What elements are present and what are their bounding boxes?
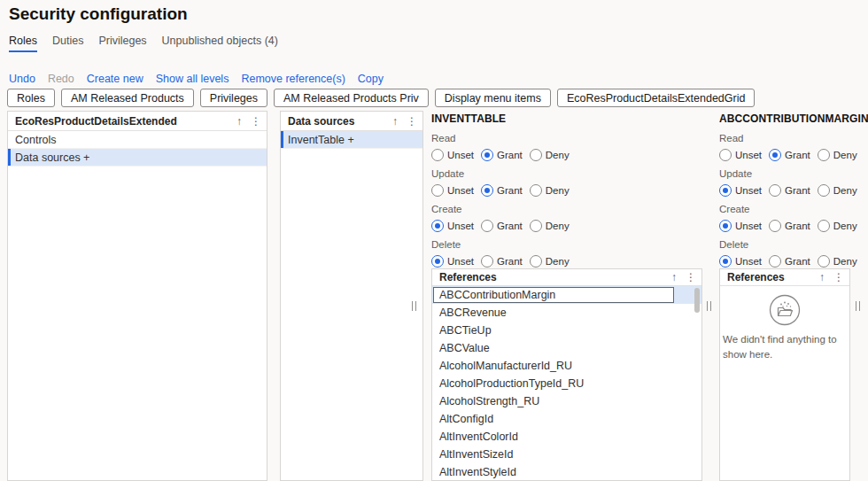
- move-up-icon[interactable]: ↑: [671, 272, 677, 283]
- references-empty-panel: References ↑ ⋮ We didn't find anything t…: [719, 268, 850, 481]
- permission-label: Update: [719, 168, 852, 179]
- more-options-icon[interactable]: ⋮: [833, 272, 844, 283]
- radio-icon: [431, 184, 444, 197]
- panel-title: References: [727, 271, 819, 283]
- list-item[interactable]: Data sources +: [8, 149, 267, 167]
- reference-row[interactable]: AltInventStyleId: [432, 463, 701, 481]
- radio-label: Deny: [833, 185, 857, 196]
- radio-grant[interactable]: Grant: [481, 149, 523, 161]
- radio-deny[interactable]: Deny: [530, 255, 570, 268]
- action-show-all-levels[interactable]: Show all levels: [156, 73, 229, 85]
- tab-bar: RolesDutiesPrivilegesUnpublished objects…: [9, 35, 278, 52]
- radio-label: Unset: [447, 185, 474, 196]
- tab-privileges[interactable]: Privileges: [98, 35, 146, 52]
- reference-row[interactable]: AltInventSizeId: [432, 446, 701, 463]
- move-up-icon[interactable]: ↑: [819, 272, 825, 283]
- inventtable-permissions-section: INVENTTABLE ReadUnsetGrantDenyUpdateUnse…: [431, 111, 703, 275]
- radio-unset[interactable]: Unset: [431, 220, 474, 232]
- reference-row[interactable]: AlcoholStrength_RU: [432, 392, 701, 410]
- action-copy[interactable]: Copy: [358, 73, 384, 85]
- radio-label: Grant: [785, 256, 810, 267]
- radio-icon: [431, 220, 444, 232]
- radio-icon: [719, 184, 732, 197]
- radio-deny[interactable]: Deny: [818, 255, 857, 268]
- radio-label: Unset: [735, 221, 762, 231]
- radio-label: Deny: [833, 221, 857, 231]
- action-bar: UndoRedoCreate newShow all levelsRemove …: [9, 73, 384, 85]
- list-item[interactable]: InventTable +: [281, 131, 422, 149]
- permission-radio-row: UnsetGrantDeny: [431, 148, 703, 162]
- reference-row[interactable]: AltInventColorId: [432, 428, 701, 446]
- move-up-icon[interactable]: ↑: [392, 116, 398, 127]
- action-remove-reference-s-[interactable]: Remove reference(s): [241, 73, 345, 85]
- radio-deny[interactable]: Deny: [818, 184, 857, 197]
- radio-grant[interactable]: Grant: [481, 255, 523, 268]
- breadcrumb-button-roles[interactable]: Roles: [7, 89, 55, 107]
- radio-grant[interactable]: Grant: [769, 220, 810, 232]
- data-sources-panel: Data sources ↑ ⋮ InventTable +: [280, 111, 423, 481]
- radio-deny[interactable]: Deny: [818, 149, 857, 161]
- reference-row[interactable]: ABCRevenue: [432, 304, 701, 322]
- more-options-icon[interactable]: ⋮: [686, 272, 696, 283]
- panel-title: Data sources: [288, 115, 392, 128]
- splitter-grip[interactable]: [707, 301, 711, 311]
- permission-radio-row: UnsetGrantDeny: [719, 254, 852, 268]
- radio-deny[interactable]: Deny: [530, 149, 570, 161]
- radio-icon: [769, 184, 781, 197]
- more-options-icon[interactable]: ⋮: [407, 116, 417, 127]
- radio-label: Grant: [785, 221, 810, 231]
- radio-unset[interactable]: Unset: [431, 149, 474, 161]
- permission-radio-row: UnsetGrantDeny: [431, 183, 703, 198]
- reference-row[interactable]: [432, 286, 701, 304]
- tab-roles[interactable]: Roles: [9, 35, 37, 52]
- radio-unset[interactable]: Unset: [719, 149, 762, 161]
- radio-icon: [769, 220, 781, 232]
- scrollbar-thumb[interactable]: [694, 288, 700, 313]
- splitter-grip[interactable]: [856, 301, 860, 311]
- radio-unset[interactable]: Unset: [431, 255, 474, 268]
- reference-row[interactable]: ABCValue: [432, 339, 701, 357]
- radio-grant[interactable]: Grant: [481, 184, 523, 197]
- radio-grant[interactable]: Grant: [769, 184, 810, 197]
- permission-radio-row: UnsetGrantDeny: [719, 148, 852, 162]
- radio-unset[interactable]: Unset: [719, 255, 762, 268]
- breadcrumb-button-display-menu-items[interactable]: Display menu items: [435, 89, 551, 107]
- radio-label: Unset: [447, 221, 474, 231]
- reference-row[interactable]: AlcoholProductionTypeId_RU: [432, 375, 701, 392]
- action-redo: Redo: [48, 73, 74, 85]
- breadcrumb-button-ecoresproductdetailsextendedgrid[interactable]: EcoResProductDetailsExtendedGrid: [557, 89, 756, 107]
- tab-duties[interactable]: Duties: [52, 35, 83, 52]
- breadcrumb-button-privileges[interactable]: Privileges: [200, 89, 267, 107]
- radio-grant[interactable]: Grant: [481, 220, 523, 232]
- radio-label: Grant: [497, 256, 523, 267]
- tab-unpublished-objects-4-[interactable]: Unpublished objects (4): [162, 35, 278, 52]
- empty-state-icon: [768, 293, 802, 327]
- radio-unset[interactable]: Unset: [719, 184, 762, 197]
- breadcrumb-button-am-released-products-priv[interactable]: AM Released Products Priv: [274, 89, 429, 107]
- radio-deny[interactable]: Deny: [530, 184, 570, 197]
- object-tree-rows: ControlsData sources +: [8, 131, 267, 167]
- reference-row[interactable]: AlcoholManufacturerId_RU: [432, 357, 701, 375]
- radio-icon: [530, 184, 542, 197]
- list-item[interactable]: Controls: [8, 131, 267, 149]
- radio-deny[interactable]: Deny: [818, 220, 857, 232]
- panel-header: References ↑ ⋮: [720, 269, 849, 286]
- move-up-icon[interactable]: ↑: [236, 116, 242, 127]
- splitter-grip[interactable]: [412, 301, 416, 311]
- action-undo[interactable]: Undo: [9, 73, 35, 85]
- radio-unset[interactable]: Unset: [431, 184, 474, 197]
- permission-group-create: CreateUnsetGrantDeny: [719, 204, 852, 233]
- more-options-icon[interactable]: ⋮: [251, 116, 261, 127]
- radio-icon: [719, 255, 732, 268]
- breadcrumb-button-am-released-products[interactable]: AM Released Products: [61, 89, 194, 107]
- radio-grant[interactable]: Grant: [769, 149, 810, 161]
- reference-row[interactable]: ABCTieUp: [432, 322, 701, 339]
- reference-row[interactable]: AltConfigId: [432, 410, 701, 428]
- radio-unset[interactable]: Unset: [719, 220, 762, 232]
- reference-edit-input[interactable]: [433, 287, 674, 303]
- radio-deny[interactable]: Deny: [530, 220, 570, 232]
- action-create-new[interactable]: Create new: [87, 73, 143, 85]
- radio-grant[interactable]: Grant: [769, 255, 810, 268]
- radio-label: Unset: [447, 256, 474, 267]
- empty-state-text: We didn't find anything to show here.: [723, 332, 847, 361]
